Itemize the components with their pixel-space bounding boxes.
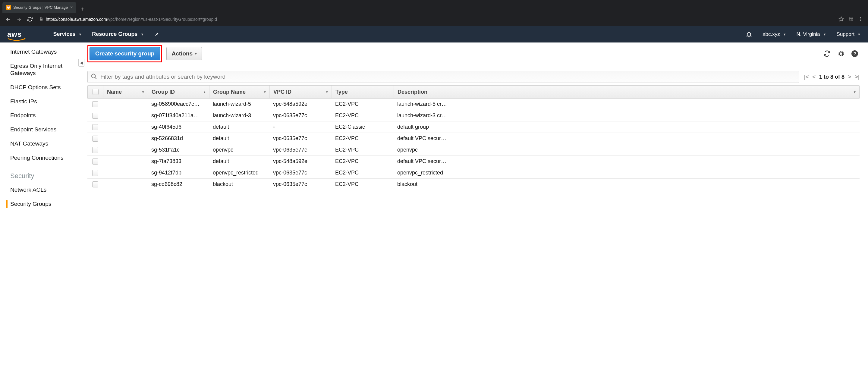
col-name[interactable]: Name▾ [103,86,148,98]
checkbox-icon[interactable] [92,101,98,107]
settings-gear-icon[interactable] [836,49,846,59]
checkbox-icon[interactable] [93,89,98,95]
row-checkbox[interactable] [87,113,103,119]
sidebar-item-network-acls[interactable]: Network ACLs [10,183,79,197]
sidebar-item-endpoint-services[interactable]: Endpoint Services [10,123,79,137]
sidebar-heading-security: Security [10,165,79,183]
account-menu[interactable]: abc.xyz▼ [763,31,786,37]
col-group-name[interactable]: Group Name▾ [210,86,270,98]
sort-icon: ▾ [854,90,856,94]
row-checkbox[interactable] [87,101,103,107]
sidebar-item-nat-gateways[interactable]: NAT Gateways [10,137,79,151]
checkbox-icon[interactable] [92,147,98,153]
col-vpc-id[interactable]: VPC ID▾ [270,86,332,98]
security-groups-table: Name▾ Group ID▴ Group Name▾ VPC ID▾ Type… [87,85,860,190]
cell-group-name: launch-wizard-5 [209,101,270,107]
filter-search-box[interactable] [87,71,799,83]
star-icon[interactable] [838,16,844,23]
table-row[interactable]: sg-5266831ddefaultvpc-0635e77cEC2-VPCdef… [87,133,860,144]
incognito-icon[interactable] [848,16,854,23]
url-text: https://console.aws.amazon.com/vpc/home?… [46,17,217,22]
sort-icon: ▾ [264,90,266,94]
pager-next-icon[interactable]: > [848,74,851,80]
support-menu[interactable]: Support▼ [837,31,861,37]
browser-chrome: Security Groups | VPC Manage × + https:/… [0,0,868,26]
table-row[interactable]: sg-071f340a211a…launch-wizard-3vpc-0635e… [87,110,860,122]
col-type[interactable]: Type [332,86,394,98]
sidebar-item-peering-connections[interactable]: Peering Connections [10,151,79,165]
annotation-highlight: Create security group [87,45,162,62]
sidebar: Route Tables Internet Gateways Egress On… [0,42,79,386]
cell-description: openvpc [394,147,860,153]
cell-type: EC2-VPC [332,112,394,119]
chevron-left-icon: ◀ [79,59,84,67]
reload-button[interactable] [25,15,34,24]
cell-type: EC2-VPC [332,135,394,141]
cell-group-id: sg-5266831d [148,135,209,141]
address-bar[interactable]: https://console.aws.amazon.com/vpc/home?… [36,15,837,24]
col-select-all[interactable] [88,86,103,98]
checkbox-icon[interactable] [92,182,98,187]
cell-type: EC2-VPC [332,158,394,164]
col-group-id[interactable]: Group ID▴ [148,86,210,98]
cell-group-name: default [209,124,270,130]
refresh-icon[interactable] [822,49,832,59]
cell-type: EC2-VPC [332,170,394,176]
pager-last-icon[interactable]: >| [855,74,860,80]
sidebar-item-elastic-ips[interactable]: Elastic IPs [10,95,79,109]
pager-prev-icon[interactable]: < [812,74,815,80]
pager-first-icon[interactable]: |< [804,74,809,80]
tab-close-icon[interactable]: × [70,5,73,10]
table-row[interactable]: sg-7fa73833defaultvpc-548a592eEC2-VPCdef… [87,156,860,167]
sidebar-item-egress-only[interactable]: Egress Only Internet Gateways [10,59,79,81]
row-checkbox[interactable] [87,159,103,164]
aws-logo[interactable]: aws [7,30,22,39]
table-row[interactable]: sg-cd698c82blackoutvpc-0635e77cEC2-VPCbl… [87,179,860,190]
lock-icon [39,17,43,22]
region-menu[interactable]: N. Virginia▼ [797,31,827,37]
row-checkbox[interactable] [87,147,103,153]
forward-button[interactable] [14,15,24,24]
table-row[interactable]: sg-531ffa1copenvpcvpc-0635e77cEC2-VPCope… [87,144,860,156]
pin-icon[interactable] [154,32,159,37]
table-row[interactable]: sg-9412f7dbopenvpc_restrictedvpc-0635e77… [87,167,860,179]
browser-tab[interactable]: Security Groups | VPC Manage × [2,2,76,13]
row-checkbox[interactable] [87,170,103,176]
table-row[interactable]: sg-058900eacc7c…launch-wizard-5vpc-548a5… [87,99,860,110]
help-icon[interactable]: ? [850,49,860,59]
search-icon [91,73,97,81]
sidebar-item-security-groups[interactable]: Security Groups [10,197,79,211]
svg-text:?: ? [853,51,856,56]
row-checkbox[interactable] [87,182,103,187]
sidebar-collapse-handle[interactable]: ◀ [79,42,84,386]
sidebar-item-dhcp-options[interactable]: DHCP Options Sets [10,81,79,95]
checkbox-icon[interactable] [92,170,98,176]
filter-input[interactable] [100,73,796,80]
checkbox-icon[interactable] [92,159,98,164]
checkbox-icon[interactable] [92,124,98,130]
cell-vpc-id: vpc-548a592e [270,158,332,164]
actions-button[interactable]: Actions▾ [166,47,202,60]
sidebar-item-endpoints[interactable]: Endpoints [10,108,79,123]
create-security-group-button[interactable]: Create security group [90,47,160,60]
back-button[interactable] [4,15,13,24]
cell-type: EC2-VPC [332,101,394,107]
sort-icon: ▾ [142,90,144,94]
new-tab-button[interactable]: + [76,6,88,13]
aws-favicon-icon [6,5,11,10]
row-checkbox[interactable] [87,124,103,130]
cell-type: EC2-Classic [332,124,394,130]
resource-groups-menu[interactable]: Resource Groups▼ [92,31,144,37]
notifications-icon[interactable] [746,31,752,38]
sidebar-item-internet-gateways[interactable]: Internet Gateways [10,45,79,59]
cell-group-name: launch-wizard-3 [209,112,270,119]
menu-icon[interactable] [858,16,863,23]
col-description[interactable]: Description▾ [394,86,859,98]
table-row[interactable]: sg-40f645d6default-EC2-Classicdefault gr… [87,122,860,133]
row-checkbox[interactable] [87,136,103,141]
checkbox-icon[interactable] [92,113,98,119]
checkbox-icon[interactable] [92,136,98,141]
cell-group-id: sg-071f340a211a… [148,112,209,119]
tab-bar: Security Groups | VPC Manage × + [0,0,868,13]
services-menu[interactable]: Services▼ [53,31,82,37]
